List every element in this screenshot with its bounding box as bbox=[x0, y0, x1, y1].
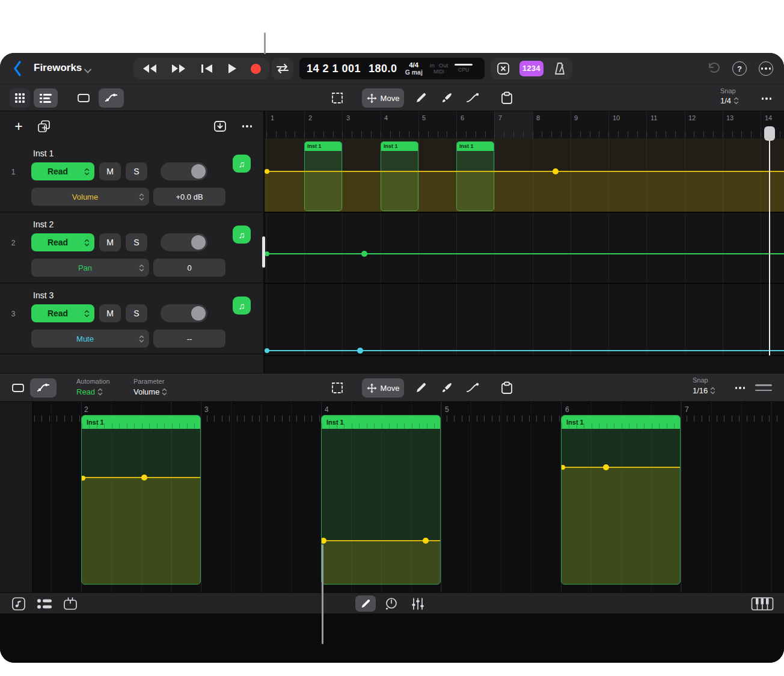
timeline[interactable]: 1 2 3 4 5 6 7 8 9 10 11 12 13 14 Inst 1 … bbox=[265, 111, 784, 373]
move-tool-button[interactable]: Move bbox=[362, 88, 404, 108]
time-signature-key[interactable]: 4/4 G maj bbox=[405, 61, 423, 76]
automation-point[interactable] bbox=[553, 168, 559, 174]
automation-point[interactable] bbox=[603, 464, 609, 470]
editor-paste-tool-button[interactable] bbox=[497, 378, 517, 398]
editor-snap-value[interactable]: 1/16 bbox=[693, 386, 715, 395]
mute-button[interactable]: M bbox=[99, 233, 121, 251]
lcd-display[interactable]: 14 2 1 001 180.0 4/4 G maj In Out MIDI C… bbox=[299, 58, 485, 79]
keyboard-button[interactable] bbox=[750, 596, 774, 612]
automation-line[interactable] bbox=[265, 253, 784, 254]
track-import-button[interactable] bbox=[212, 118, 228, 135]
undo-button[interactable] bbox=[706, 62, 720, 75]
playhead[interactable] bbox=[769, 126, 770, 355]
patch-library-button[interactable] bbox=[36, 597, 53, 610]
automation-point[interactable] bbox=[423, 538, 429, 544]
instrument-icon[interactable]: ♫ bbox=[233, 226, 251, 244]
add-track-button[interactable]: + bbox=[10, 117, 28, 135]
editor-resize-handle[interactable] bbox=[755, 384, 772, 391]
instrument-icon[interactable]: ♫ bbox=[233, 297, 251, 315]
editor-automation-button[interactable] bbox=[30, 378, 57, 398]
region[interactable]: Inst 1 bbox=[321, 415, 441, 585]
solo-button[interactable]: S bbox=[126, 233, 147, 251]
automation-point[interactable] bbox=[361, 251, 367, 257]
regions-display-button[interactable] bbox=[73, 88, 94, 108]
tracks-view-button[interactable] bbox=[34, 88, 58, 108]
paste-tool-button[interactable] bbox=[497, 88, 517, 108]
automation-line[interactable] bbox=[265, 171, 784, 172]
automation-point[interactable] bbox=[265, 348, 269, 353]
pencil-tool-button[interactable] bbox=[411, 88, 430, 108]
editor-brush-tool-button[interactable] bbox=[437, 378, 456, 398]
track-on-toggle[interactable] bbox=[161, 304, 207, 322]
main-ruler[interactable]: 1 2 3 4 5 6 7 8 9 10 11 12 13 14 bbox=[265, 111, 784, 138]
record-button[interactable] bbox=[251, 64, 261, 74]
marquee-tool-button[interactable] bbox=[327, 88, 348, 108]
plugins-button[interactable] bbox=[63, 596, 78, 612]
velocity-dial-button[interactable] bbox=[384, 596, 399, 612]
editor-pencil-tool-button[interactable] bbox=[411, 378, 430, 398]
editor-curve-tool-button[interactable] bbox=[463, 378, 482, 398]
editor-marquee-tool-button[interactable] bbox=[327, 378, 348, 398]
snap-value[interactable]: 1/4 bbox=[720, 96, 739, 105]
parameter-value[interactable]: +0.0 dB bbox=[153, 188, 225, 206]
playhead-handle[interactable] bbox=[764, 126, 775, 141]
back-button[interactable] bbox=[10, 60, 25, 78]
mute-button[interactable]: M bbox=[99, 304, 121, 322]
editor-automation-mode[interactable]: Read bbox=[76, 387, 103, 396]
help-button[interactable]: ? bbox=[732, 61, 747, 76]
go-to-beginning-button[interactable] bbox=[200, 63, 213, 74]
parameter-value[interactable]: 0 bbox=[153, 259, 225, 277]
automation-point[interactable] bbox=[81, 476, 85, 481]
automation-line[interactable] bbox=[562, 467, 681, 468]
automation-parameter-button[interactable]: Pan bbox=[31, 259, 149, 277]
project-title[interactable]: Fireworks bbox=[34, 62, 82, 74]
automation-point[interactable] bbox=[357, 348, 363, 354]
track-name[interactable]: Inst 1 bbox=[33, 149, 54, 158]
track-header-2[interactable]: Inst 2 2 Read M S ♫ Pan 0 bbox=[0, 212, 265, 283]
automation-point[interactable] bbox=[265, 169, 269, 174]
instrument-icon[interactable]: ♫ bbox=[233, 155, 251, 173]
curve-tool-button[interactable] bbox=[463, 88, 482, 108]
brush-tool-button[interactable] bbox=[437, 88, 456, 108]
automation-mode-button[interactable]: Read bbox=[31, 233, 94, 251]
automation-display-button[interactable] bbox=[99, 88, 124, 108]
track-panel-more-button[interactable] bbox=[238, 117, 256, 135]
automation-point[interactable] bbox=[265, 251, 269, 256]
editor-move-tool-button[interactable]: Move bbox=[362, 378, 404, 398]
track-header-3[interactable]: Inst 3 3 Read M S ♫ Mute -- bbox=[0, 283, 265, 354]
editor-regions-button[interactable] bbox=[8, 378, 28, 398]
metronome-button[interactable] bbox=[552, 62, 568, 75]
automation-parameter-button[interactable]: Mute bbox=[31, 330, 149, 348]
rewind-button[interactable] bbox=[142, 63, 158, 74]
automation-editor[interactable]: 2 3 4 5 6 7 Inst 1 Inst 1 bbox=[0, 402, 784, 592]
mute-button[interactable]: M bbox=[99, 162, 121, 180]
region[interactable]: Inst 1 bbox=[81, 415, 201, 585]
editor-parameter[interactable]: Volume bbox=[133, 387, 167, 396]
track-name[interactable]: Inst 2 bbox=[33, 220, 54, 229]
automation-parameter-button[interactable]: Volume bbox=[31, 188, 149, 206]
play-button[interactable] bbox=[227, 63, 237, 75]
tempo-display[interactable]: 180.0 bbox=[369, 63, 397, 75]
track-header-1[interactable]: Inst 1 1 Read M S ♫ Volume +0.0 dB bbox=[0, 141, 265, 212]
solo-button[interactable]: S bbox=[126, 304, 147, 322]
region[interactable]: Inst 1 bbox=[561, 415, 681, 585]
count-in-button[interactable]: 1234 bbox=[519, 61, 544, 76]
automation-mode-button[interactable]: Read bbox=[31, 304, 94, 322]
more-options-button[interactable] bbox=[759, 61, 773, 76]
track-on-toggle[interactable] bbox=[161, 162, 207, 180]
playhead-position[interactable]: 14 2 1 001 bbox=[307, 63, 361, 75]
arrange-more-button[interactable] bbox=[758, 90, 776, 108]
clear-overdub-button[interactable] bbox=[495, 62, 511, 75]
forward-button[interactable] bbox=[171, 63, 186, 74]
mixer-button[interactable] bbox=[410, 597, 426, 611]
track-on-toggle[interactable] bbox=[161, 233, 207, 251]
parameter-value[interactable]: -- bbox=[153, 330, 225, 348]
automation-line[interactable] bbox=[265, 350, 784, 351]
divider-handle[interactable] bbox=[262, 236, 265, 268]
project-title-chevron[interactable] bbox=[84, 66, 92, 76]
cycle-button[interactable] bbox=[272, 58, 293, 79]
edit-pencil-button[interactable] bbox=[355, 595, 376, 612]
loop-browser-button[interactable] bbox=[11, 596, 26, 612]
automation-point[interactable] bbox=[141, 475, 147, 481]
grid-view-button[interactable] bbox=[10, 88, 30, 108]
